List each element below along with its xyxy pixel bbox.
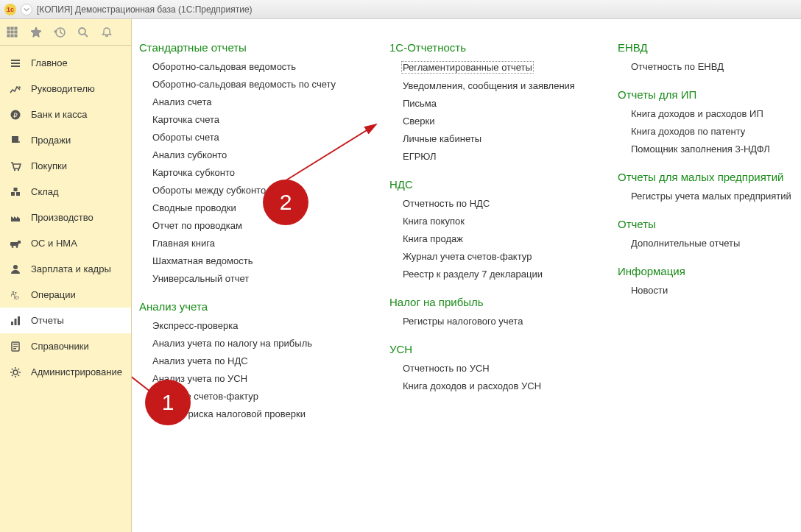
section-title[interactable]: Налог на прибыль	[389, 296, 588, 308]
section: Отчеты для малых предприятийРегистры уче…	[618, 171, 801, 202]
section-title[interactable]: Отчеты	[618, 218, 801, 230]
report-link[interactable]: Отчетность по УСН	[403, 363, 588, 374]
report-link[interactable]: Письма	[403, 98, 588, 109]
sidebar-item-salary[interactable]: Зарплата и кадры	[0, 256, 131, 282]
svg-point-17	[14, 169, 15, 170]
salary-icon	[9, 263, 22, 275]
history-icon[interactable]	[53, 26, 66, 39]
sidebar-item-stock[interactable]: Склад	[0, 179, 131, 205]
section-title[interactable]: Информация	[618, 265, 801, 277]
sidebar-item-main[interactable]: Главное	[0, 50, 131, 76]
section-title[interactable]: УСН	[389, 343, 588, 355]
report-link[interactable]: Книга продаж	[403, 233, 588, 244]
report-link[interactable]: Журнал учета счетов-фактур	[403, 251, 588, 262]
section-title[interactable]: Анализ учета	[139, 300, 360, 313]
report-link[interactable]: Книга доходов и расходов УСН	[403, 380, 588, 391]
sidebar-item-label: Покупки	[31, 160, 67, 171]
report-link[interactable]: Карточка субконто	[152, 167, 360, 178]
report-link[interactable]: Дополнительные отчеты	[631, 238, 801, 249]
report-link[interactable]: Обороты между субконто	[152, 185, 360, 196]
report-link[interactable]: Уведомления, сообщения и заявления	[403, 80, 588, 91]
window-titlebar: 1c [КОПИЯ] Демонстрационная база (1С:Пре…	[0, 0, 801, 19]
refs-icon	[9, 341, 22, 352]
svg-point-24	[16, 246, 18, 248]
sidebar-toolbar	[0, 19, 131, 46]
report-link[interactable]: Анализ учета по НДС	[152, 355, 360, 366]
report-link[interactable]: Анализ счета	[152, 96, 360, 107]
report-link[interactable]: Обороты счета	[152, 132, 360, 143]
sidebar-item-operations[interactable]: ДтКтОперации	[0, 282, 131, 308]
report-link[interactable]: Анализ учета по УСН	[152, 373, 360, 384]
apps-icon[interactable]	[6, 26, 19, 39]
reports-icon	[9, 315, 22, 327]
report-link[interactable]: Реестр к разделу 7 декларации	[403, 269, 588, 280]
sidebar-item-os[interactable]: ОС и НМА	[0, 230, 131, 256]
sales-icon	[9, 135, 22, 146]
report-link[interactable]: Регламентированные отчеты	[401, 61, 534, 74]
report-link[interactable]: Сводные проводки	[152, 202, 360, 213]
report-link[interactable]: Новости	[631, 285, 801, 296]
sidebar-item-manager[interactable]: Руководителю	[0, 76, 131, 102]
report-link[interactable]: Анализ субконто	[152, 149, 360, 160]
section-items: Отчетность по УСНКнига доходов и расходо…	[389, 363, 588, 391]
report-link[interactable]: Универсальный отчет	[152, 273, 360, 284]
sidebar-item-reports[interactable]: Отчеты	[0, 308, 131, 333]
section-items: Оборотно-сальдовая ведомостьОборотно-сал…	[139, 61, 360, 284]
svg-rect-13	[11, 65, 20, 67]
section-items: Регистры учета малых предприятий	[618, 191, 801, 202]
report-link[interactable]: ЕГРЮЛ	[403, 151, 588, 162]
svg-rect-30	[15, 319, 17, 325]
report-link[interactable]: Помощник заполнения 3-НДФЛ	[631, 143, 801, 155]
svg-rect-1	[11, 27, 13, 29]
report-link[interactable]: Отчетность по ЕНВД	[631, 61, 801, 72]
app-dropdown-button[interactable]	[21, 4, 32, 15]
report-link[interactable]: Книга доходов по патенту	[631, 126, 801, 137]
section-title[interactable]: Отчеты для ИП	[618, 88, 801, 101]
sidebar-item-production[interactable]: Производство	[0, 205, 131, 230]
section-title[interactable]: 1С-Отчетность	[389, 41, 588, 54]
section-title[interactable]: Отчеты для малых предприятий	[618, 171, 801, 183]
report-link[interactable]: Оборотно-сальдовая ведомость	[152, 61, 360, 72]
svg-point-10	[79, 28, 85, 35]
svg-rect-11	[11, 60, 20, 61]
svg-rect-20	[16, 192, 20, 196]
report-link[interactable]: Отчетность по НДС	[403, 198, 588, 209]
content-area: Стандартные отчетыОборотно-сальдовая вед…	[132, 19, 801, 436]
report-link[interactable]: Личные кабинеты	[403, 133, 588, 144]
sidebar-item-purchases[interactable]: Покупки	[0, 153, 131, 179]
svg-rect-31	[18, 316, 20, 325]
svg-rect-21	[14, 188, 18, 191]
svg-rect-12	[11, 63, 20, 64]
report-link[interactable]: Отчет по проводкам	[152, 220, 360, 231]
sidebar-item-refs[interactable]: Справочники	[0, 333, 131, 359]
report-link[interactable]: Регистры налогового учета	[403, 316, 588, 327]
section-items: Книга доходов и расходов ИПКнига доходов…	[618, 108, 801, 155]
svg-rect-6	[7, 35, 10, 37]
star-icon[interactable]	[29, 26, 43, 39]
sidebar-item-sales[interactable]: Продажи	[0, 127, 131, 153]
bell-icon[interactable]	[100, 26, 113, 39]
report-link[interactable]: Сверки	[403, 116, 588, 127]
section-title[interactable]: ЕНВД	[618, 41, 801, 54]
section: Налог на прибыльРегистры налогового учет…	[389, 296, 588, 327]
sidebar-item-label: Банк и касса	[31, 109, 88, 120]
sidebar-item-bank[interactable]: ₽Банк и касса	[0, 102, 131, 127]
report-link[interactable]: Регистры учета малых предприятий	[631, 191, 801, 202]
search-icon[interactable]	[77, 26, 90, 39]
section-items: Отчетность по НДСКнига покупокКнига прод…	[389, 198, 588, 280]
report-link[interactable]: Книга покупок	[403, 216, 588, 227]
svg-rect-0	[7, 27, 10, 29]
section-title[interactable]: НДС	[389, 178, 588, 191]
sidebar-item-admin[interactable]: Администрирование	[0, 359, 131, 385]
report-link[interactable]: Экспресс-проверка	[152, 320, 360, 331]
report-link[interactable]: Шахматная ведомость	[152, 255, 360, 266]
report-link[interactable]: Оборотно-сальдовая ведомость по счету	[152, 79, 360, 90]
column-2: 1С-ОтчетностьРегламентированные отчетыУв…	[389, 41, 588, 436]
report-link[interactable]: Карточка счета	[152, 114, 360, 125]
svg-rect-16	[12, 136, 18, 143]
section-items: Дополнительные отчеты	[618, 238, 801, 249]
report-link[interactable]: Книга доходов и расходов ИП	[631, 108, 801, 119]
section-title[interactable]: Стандартные отчеты	[139, 41, 360, 54]
report-link[interactable]: Анализ учета по налогу на прибыль	[152, 338, 360, 349]
report-link[interactable]: Главная книга	[152, 238, 360, 249]
